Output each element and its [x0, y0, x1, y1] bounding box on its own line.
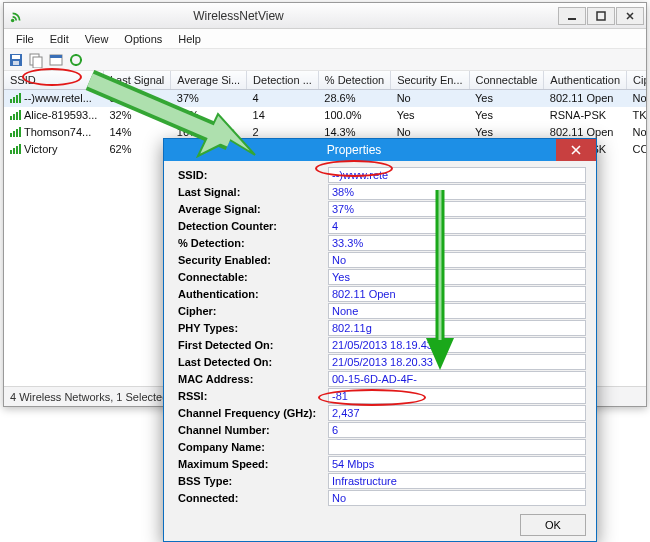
- property-row: First Detected On:21/05/2013 18.19.43: [178, 337, 586, 353]
- dialog-title-bar[interactable]: Properties: [164, 139, 596, 161]
- cell[interactable]: 100.0%: [318, 107, 390, 124]
- property-row: Last Detected On:21/05/2013 18.20.33: [178, 354, 586, 370]
- cell[interactable]: None: [627, 90, 646, 107]
- cell[interactable]: 14%: [103, 124, 170, 141]
- column-header[interactable]: Authentication: [544, 71, 627, 90]
- cell[interactable]: No: [391, 90, 469, 107]
- cell[interactable]: RSNA-PSK: [544, 107, 627, 124]
- property-label: Last Signal:: [178, 186, 328, 198]
- property-label: Company Name:: [178, 441, 328, 453]
- properties-dialog: Properties SSID:--)www.reteLast Signal:3…: [163, 138, 597, 542]
- property-label: Average Signal:: [178, 203, 328, 215]
- property-label: Detection Counter:: [178, 220, 328, 232]
- cell-ssid[interactable]: --)www.retel...: [4, 90, 103, 107]
- minimize-button[interactable]: [558, 7, 586, 25]
- close-button[interactable]: [616, 7, 644, 25]
- refresh-icon[interactable]: [28, 52, 44, 68]
- property-value[interactable]: 2,437: [328, 405, 586, 421]
- table-row[interactable]: Alice-819593...32%31%14100.0%YesYesRSNA-…: [4, 107, 646, 124]
- cell[interactable]: Yes: [469, 90, 544, 107]
- cell-ssid[interactable]: Thomson74...: [4, 124, 103, 141]
- property-row: MAC Address:00-15-6D-AD-4F-: [178, 371, 586, 387]
- dialog-button-bar: OK: [164, 509, 596, 541]
- property-value[interactable]: 00-15-6D-AD-4F-: [328, 371, 586, 387]
- svg-rect-1: [568, 18, 576, 20]
- property-value[interactable]: None: [328, 303, 586, 319]
- cell[interactable]: 37%: [171, 90, 247, 107]
- property-row: Cipher:None: [178, 303, 586, 319]
- cell[interactable]: 4: [247, 90, 319, 107]
- property-row: Detection Counter:4: [178, 218, 586, 234]
- cell[interactable]: None: [627, 124, 646, 141]
- menu-edit[interactable]: Edit: [42, 31, 77, 47]
- property-label: RSSI:: [178, 390, 328, 402]
- properties-icon[interactable]: [48, 52, 64, 68]
- column-header[interactable]: SSID: [4, 71, 103, 90]
- property-value[interactable]: No: [328, 490, 586, 506]
- property-row: BSS Type:Infrastructure: [178, 473, 586, 489]
- signal-icon: [10, 93, 21, 103]
- property-value[interactable]: --)www.rete: [328, 167, 586, 183]
- menu-options[interactable]: Options: [116, 31, 170, 47]
- menu-view[interactable]: View: [77, 31, 117, 47]
- cell[interactable]: 31%: [171, 107, 247, 124]
- save-icon[interactable]: [8, 52, 24, 68]
- dialog-close-button[interactable]: [556, 139, 596, 161]
- property-value[interactable]: 54 Mbps: [328, 456, 586, 472]
- signal-icon: [10, 127, 21, 137]
- signal-icon: [10, 144, 21, 154]
- property-row: SSID:--)www.rete: [178, 167, 586, 183]
- column-header[interactable]: Last Signal: [103, 71, 170, 90]
- menu-help[interactable]: Help: [170, 31, 209, 47]
- cell[interactable]: TKIP: [627, 107, 646, 124]
- svg-rect-2: [597, 12, 605, 20]
- table-row[interactable]: --)www.retel...38%37%428.6%NoYes802.11 O…: [4, 90, 646, 107]
- menu-file[interactable]: File: [8, 31, 42, 47]
- property-value[interactable]: 38%: [328, 184, 586, 200]
- property-value[interactable]: Yes: [328, 269, 586, 285]
- column-header[interactable]: Detection ...: [247, 71, 319, 90]
- property-value[interactable]: 4: [328, 218, 586, 234]
- property-row: Channel Frequency (GHz):2,437: [178, 405, 586, 421]
- property-value[interactable]: 802.11g: [328, 320, 586, 336]
- cell[interactable]: 802.11 Open: [544, 90, 627, 107]
- cell[interactable]: 38%: [103, 90, 170, 107]
- cell[interactable]: CCMP: [627, 141, 646, 158]
- column-header[interactable]: Connectable: [469, 71, 544, 90]
- cell[interactable]: 32%: [103, 107, 170, 124]
- property-value[interactable]: Infrastructure: [328, 473, 586, 489]
- title-bar[interactable]: WirelessNetView: [4, 3, 646, 29]
- property-value[interactable]: 33.3%: [328, 235, 586, 251]
- property-value[interactable]: 802.11 Open: [328, 286, 586, 302]
- property-row: Channel Number:6: [178, 422, 586, 438]
- property-value[interactable]: 21/05/2013 18.19.43: [328, 337, 586, 353]
- cell[interactable]: 14: [247, 107, 319, 124]
- cell[interactable]: Yes: [391, 107, 469, 124]
- dialog-body: SSID:--)www.reteLast Signal:38%Average S…: [164, 161, 596, 509]
- dialog-title: Properties: [152, 143, 556, 157]
- property-value[interactable]: 21/05/2013 18.20.33: [328, 354, 586, 370]
- property-label: First Detected On:: [178, 339, 328, 351]
- property-label: MAC Address:: [178, 373, 328, 385]
- property-value[interactable]: No: [328, 252, 586, 268]
- cell[interactable]: 28.6%: [318, 90, 390, 107]
- column-header[interactable]: Cipher: [627, 71, 646, 90]
- property-row: RSSI:-81: [178, 388, 586, 404]
- column-header[interactable]: Security En...: [391, 71, 469, 90]
- options-icon[interactable]: [68, 52, 84, 68]
- column-header[interactable]: % Detection: [318, 71, 390, 90]
- property-value[interactable]: 37%: [328, 201, 586, 217]
- svg-point-10: [71, 55, 81, 65]
- property-label: SSID:: [178, 169, 328, 181]
- property-label: Connectable:: [178, 271, 328, 283]
- column-header[interactable]: Average Si...: [171, 71, 247, 90]
- cell[interactable]: Yes: [469, 107, 544, 124]
- cell-ssid[interactable]: Alice-819593...: [4, 107, 103, 124]
- property-label: Channel Number:: [178, 424, 328, 436]
- property-value[interactable]: [328, 439, 586, 455]
- property-value[interactable]: -81: [328, 388, 586, 404]
- ok-button[interactable]: OK: [520, 514, 586, 536]
- property-value[interactable]: 6: [328, 422, 586, 438]
- maximize-button[interactable]: [587, 7, 615, 25]
- cell-ssid[interactable]: Victory: [4, 141, 103, 158]
